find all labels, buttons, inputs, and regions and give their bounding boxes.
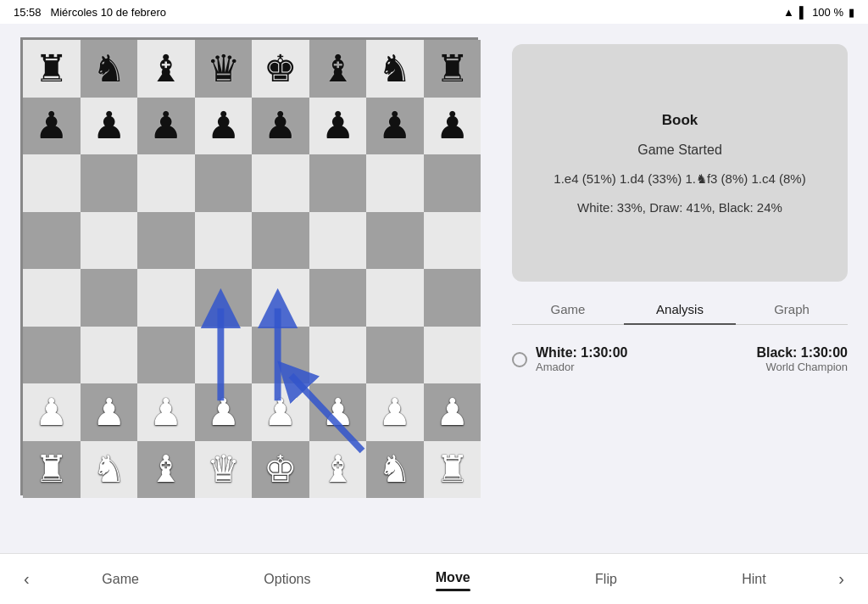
square-d8[interactable]: ♛ [195,40,253,98]
square-g4[interactable] [366,269,424,327]
square-d4[interactable] [195,269,253,327]
square-f2[interactable]: ♟ [309,383,367,441]
square-e5[interactable] [252,212,309,270]
square-a6[interactable] [23,154,81,212]
piece-bp[interactable]: ♟ [264,107,297,144]
square-c7[interactable]: ♟ [137,98,195,155]
nav-game[interactable]: Game [88,565,153,594]
square-e1[interactable]: ♚ [252,441,309,499]
square-b8[interactable]: ♞ [81,40,138,98]
square-f8[interactable]: ♝ [309,40,367,98]
piece-wp[interactable]: ♟ [207,394,240,431]
piece-wn[interactable]: ♞ [92,450,125,488]
square-e7[interactable]: ♟ [252,98,309,155]
piece-wr[interactable]: ♜ [35,450,68,488]
nav-hint[interactable]: Hint [728,565,779,594]
square-h6[interactable] [424,154,481,212]
square-c3[interactable] [137,327,195,384]
square-e3[interactable] [252,327,309,384]
square-g6[interactable] [366,154,424,212]
piece-bp[interactable]: ♟ [436,107,469,144]
square-h5[interactable] [424,212,481,270]
square-a8[interactable]: ♜ [23,40,81,98]
piece-br[interactable]: ♜ [35,50,68,87]
square-a5[interactable] [23,212,81,270]
square-h2[interactable]: ♟ [424,383,481,441]
piece-bk[interactable]: ♚ [264,50,297,87]
square-a1[interactable]: ♜ [23,441,81,499]
square-b1[interactable]: ♞ [81,441,138,499]
square-h7[interactable]: ♟ [424,98,481,155]
square-g8[interactable]: ♞ [366,40,424,98]
square-c5[interactable] [137,212,195,270]
nav-flip[interactable]: Flip [581,565,631,594]
square-d5[interactable] [195,212,253,270]
square-c1[interactable]: ♝ [137,441,195,499]
piece-bp[interactable]: ♟ [35,107,68,144]
square-d7[interactable]: ♟ [195,98,253,155]
piece-wq[interactable]: ♛ [207,450,240,488]
piece-wp[interactable]: ♟ [35,394,68,431]
nav-move[interactable]: Move [422,563,484,595]
piece-bb[interactable]: ♝ [321,50,354,87]
piece-bn[interactable]: ♞ [378,50,411,87]
piece-wp[interactable]: ♟ [378,394,411,431]
square-g2[interactable]: ♟ [366,383,424,441]
piece-wb[interactable]: ♝ [321,450,354,488]
nav-next-arrow[interactable]: › [828,562,854,596]
piece-wk[interactable]: ♚ [264,450,297,488]
square-g1[interactable]: ♞ [366,441,424,499]
white-radio[interactable] [512,352,527,367]
square-e6[interactable] [252,154,309,212]
square-a7[interactable]: ♟ [23,98,81,155]
square-d2[interactable]: ♟ [195,383,253,441]
piece-bn[interactable]: ♞ [92,50,125,87]
square-g5[interactable] [366,212,424,270]
square-f4[interactable] [309,269,367,327]
square-e2[interactable]: ♟ [252,383,309,441]
piece-bp[interactable]: ♟ [321,107,354,144]
square-c2[interactable]: ♟ [137,383,195,441]
piece-wp[interactable]: ♟ [436,394,469,431]
square-g3[interactable] [366,327,424,384]
square-c4[interactable] [137,269,195,327]
square-f6[interactable] [309,154,367,212]
nav-prev-arrow[interactable]: ‹ [14,562,40,596]
piece-wn[interactable]: ♞ [378,450,411,488]
piece-wb[interactable]: ♝ [149,450,182,488]
square-b4[interactable] [81,269,138,327]
square-g7[interactable]: ♟ [366,98,424,155]
tab-graph[interactable]: Graph [736,295,848,325]
piece-br[interactable]: ♜ [436,50,469,87]
square-f7[interactable]: ♟ [309,98,367,155]
tab-game[interactable]: Game [512,295,624,325]
square-a2[interactable]: ♟ [23,383,81,441]
piece-bp[interactable]: ♟ [149,107,182,144]
square-c8[interactable]: ♝ [137,40,195,98]
nav-options[interactable]: Options [250,565,324,594]
square-h8[interactable]: ♜ [424,40,481,98]
piece-wp[interactable]: ♟ [321,394,354,431]
square-e4[interactable] [252,269,309,327]
square-b5[interactable] [81,212,138,270]
piece-wp[interactable]: ♟ [149,394,182,431]
piece-wp[interactable]: ♟ [264,394,297,431]
chess-board[interactable]: ♜♞♝♛♚♝♞♜♟♟♟♟♟♟♟♟♟♟♟♟♟♟♟♟♜♞♝♛♚♝♞♜ [20,37,478,495]
piece-bq[interactable]: ♛ [207,50,240,87]
square-h3[interactable] [424,327,481,384]
square-f5[interactable] [309,212,367,270]
square-h4[interactable] [424,269,481,327]
piece-bb[interactable]: ♝ [149,50,182,87]
piece-bp[interactable]: ♟ [92,107,125,144]
piece-wr[interactable]: ♜ [436,450,469,488]
square-f3[interactable] [309,327,367,384]
square-b6[interactable] [81,154,138,212]
square-b2[interactable]: ♟ [81,383,138,441]
square-h1[interactable]: ♜ [424,441,481,499]
piece-bp[interactable]: ♟ [207,107,240,144]
square-c6[interactable] [137,154,195,212]
square-d1[interactable]: ♛ [195,441,253,499]
square-d3[interactable] [195,327,253,384]
square-f1[interactable]: ♝ [309,441,367,499]
square-a3[interactable] [23,327,81,384]
